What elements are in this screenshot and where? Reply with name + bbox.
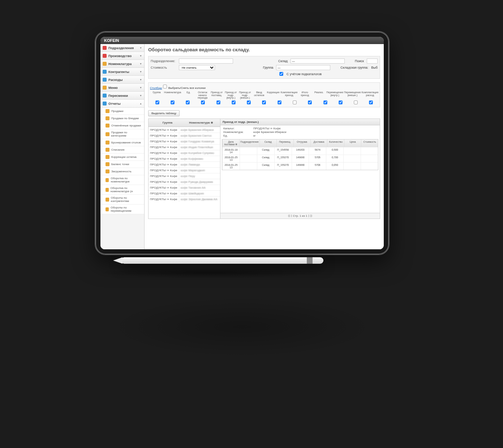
detail-row[interactable]: 2018-01-18 14СкладП_15455814920356740,50… (222, 147, 378, 155)
table-row[interactable]: ПРОДУКТЫ ⇒ Кофекофе Бразилия Сантос (149, 133, 220, 138)
column-checkbox[interactable] (369, 100, 373, 104)
search-input[interactable] (367, 59, 378, 64)
report-label: Баланс точки (111, 163, 129, 166)
sidebar-report-item[interactable]: Продажи по блюдам (100, 115, 144, 122)
column-checkbox[interactable] (186, 100, 189, 104)
column-checkbox[interactable] (278, 100, 281, 104)
detail-col-header[interactable]: Отгрузка (293, 139, 310, 147)
column-checkbox[interactable] (323, 100, 327, 104)
table-row[interactable]: ПРОДУКТЫ ⇒ Кофекофе Гондурас Комаягуа (149, 138, 220, 144)
meta-key: Ед. (223, 134, 250, 137)
column-checkbox[interactable] (339, 100, 342, 104)
column-checkbox[interactable] (293, 100, 296, 104)
column-checkbox[interactable] (262, 100, 266, 104)
checkbox-label: С учётом подкаталогов (287, 72, 322, 76)
filter-label: Складская группа: (340, 66, 368, 69)
sidebar-report-item[interactable]: Отменённые продажи (100, 122, 144, 129)
columns-link[interactable]: Столбцы (150, 86, 162, 90)
left-grid: Группа Номенклатура ≑ ПРОДУКТЫ ⇒ Кофекоф… (148, 119, 220, 219)
sidebar-report-item[interactable]: Оборотка по номенклатуре (100, 175, 144, 185)
detail-col-header[interactable]: Количество (327, 139, 344, 147)
pager[interactable]: ⟨⟨ ⟨ Стр. 1 из 1 ⟩ ⟩⟩ (220, 213, 380, 219)
toggle-all-label: Выбрать/Снять все колонки (168, 86, 206, 90)
col-header[interactable]: Группа (151, 121, 184, 124)
sidebar-group[interactable]: Контрагенты▼ (100, 68, 144, 76)
group-label: Меню (108, 86, 118, 90)
subcatalogs-checkbox[interactable] (279, 72, 283, 76)
sidebar-group[interactable]: Пересменки▼ (100, 92, 144, 100)
table-row[interactable]: ПРОДУКТЫ ⇒ Кофекофе Руанда Джаррама (149, 179, 220, 185)
detail-row[interactable]: 2018-01-25 13СкладП_15527014989057060,05… (222, 162, 378, 170)
sidebar-report-item[interactable]: Продажи (100, 108, 144, 115)
sidebar-report-item[interactable]: Бронирование столов (100, 139, 144, 146)
meta-value: ПРОДУКТЫ ⇒ Кофе (253, 127, 281, 130)
sidebar-report-item[interactable]: Оборотка по номенклатуре (н (100, 185, 144, 195)
screen: KOFEIN Подразделения▼Производство▼Номенк… (100, 37, 384, 249)
sidebar-group[interactable]: Отчеты▲ (100, 100, 144, 108)
detail-col-header[interactable]: Доставка (310, 139, 327, 147)
report-label: Коррекции остатка (111, 155, 137, 159)
columns-panel: Столбцы Выбрать/Снять все колонки Группа… (148, 82, 380, 107)
sidebar-report-item[interactable]: Обороты по перемещениям (100, 204, 144, 214)
folder-icon (106, 169, 109, 173)
detail-col-header[interactable]: Цена (344, 139, 361, 147)
detail-row[interactable]: 2018-01-25 13СкладП_15527014989057050,70… (222, 155, 378, 162)
sidebar-group[interactable]: Расходы▼ (100, 76, 144, 84)
select-table-button[interactable]: Выделить таблицу (148, 110, 180, 116)
group-label: Пересменки (108, 94, 128, 98)
detail-col-header[interactable]: Склад (259, 139, 276, 147)
column-checkbox[interactable] (155, 100, 159, 104)
sidebar-group[interactable]: Меню▼ (100, 84, 144, 92)
column-checkbox[interactable] (308, 100, 312, 104)
column-checkbox[interactable] (354, 100, 357, 104)
table-row[interactable]: ПРОДУКТЫ ⇒ Кофекофе Индия Плантейшн (149, 144, 220, 150)
sidebar-group[interactable]: Подразделения▼ (100, 44, 144, 52)
group-label: Производство (108, 54, 132, 58)
table-row[interactable]: ПРОДУКТЫ ⇒ Кофекофе Эфиопия Джиммa АА (149, 196, 220, 202)
group-input[interactable] (276, 65, 330, 70)
group-label: Подразделения (108, 46, 134, 50)
sidebar-report-item[interactable]: Коррекции остатка (100, 154, 144, 161)
division-input[interactable] (179, 59, 233, 64)
table-row[interactable]: ПРОДУКТЫ ⇒ Кофекофе Колумбия Супремо (149, 150, 220, 156)
table-row[interactable]: ПРОДУКТЫ ⇒ Кофекофе Марагоджип (149, 167, 220, 173)
detail-col-header[interactable]: Дата поставки ≑ (222, 139, 239, 147)
column-checkbox[interactable] (201, 100, 205, 104)
sidebar-report-item[interactable]: Баланс точки (100, 161, 144, 168)
col-header[interactable]: Номенклатура ≑ (184, 121, 218, 124)
column-checkbox[interactable] (247, 100, 251, 104)
group-icon (103, 86, 107, 90)
sidebar-report-item[interactable]: Загруженность (100, 168, 144, 175)
warehouse-input[interactable] (291, 59, 345, 64)
toggle-all-checkbox[interactable] (163, 85, 167, 88)
table-row[interactable]: ПРОДУКТЫ ⇒ Кофекофе Лаванда (149, 161, 220, 167)
column-checkbox[interactable] (232, 100, 235, 104)
sidebar-group[interactable]: Производство▼ (100, 52, 144, 60)
table-row[interactable]: ПРОДУКТЫ ⇒ Кофекофе Бразилия Ибираси (149, 127, 220, 133)
column-header: Остаток начало периода (196, 91, 209, 99)
column-header: Комплектация приход (281, 91, 297, 99)
table-row[interactable]: ПРОДУКТЫ ⇒ Кофекофе Коффеамо (149, 156, 220, 161)
column-checkbox[interactable] (171, 100, 174, 104)
warehouse-group-btn[interactable]: Выб (371, 66, 378, 69)
filter-label: Поиск (355, 59, 364, 63)
group-icon (103, 46, 107, 50)
detail-col-header[interactable]: Стоимость (361, 139, 378, 147)
table-row[interactable]: ПРОДУКТЫ ⇒ Кофекофе Танзания АА (149, 185, 220, 190)
sidebar-group[interactable]: Номенклатура▼ (100, 60, 144, 68)
report-label: Продажи по категориям (111, 131, 142, 137)
table-row[interactable]: ПРОДУКТЫ ⇒ Кофекофе Швейцария (149, 190, 220, 196)
detail-col-header[interactable]: Перемещ. (276, 139, 293, 147)
cost-select[interactable]: Не считать (179, 65, 215, 70)
report-label: Обороты по перемещениям (111, 206, 142, 212)
column-checkbox[interactable] (216, 100, 220, 104)
folder-icon (106, 132, 109, 136)
sidebar-report-item[interactable]: Обороты по контрагентам (100, 195, 144, 204)
detail-col-header[interactable]: Подразделение (239, 139, 259, 147)
filter-label: Стоимость (151, 66, 176, 69)
sidebar-report-item[interactable]: Продажи по категориям (100, 129, 144, 139)
folder-icon (106, 116, 109, 120)
sidebar-report-item[interactable]: Списания (100, 146, 144, 154)
main-content: Оборотно сальдовая ведомость по складу. … (145, 44, 384, 249)
table-row[interactable]: ПРОДУКТЫ ⇒ Кофекофе Перу (149, 173, 220, 179)
